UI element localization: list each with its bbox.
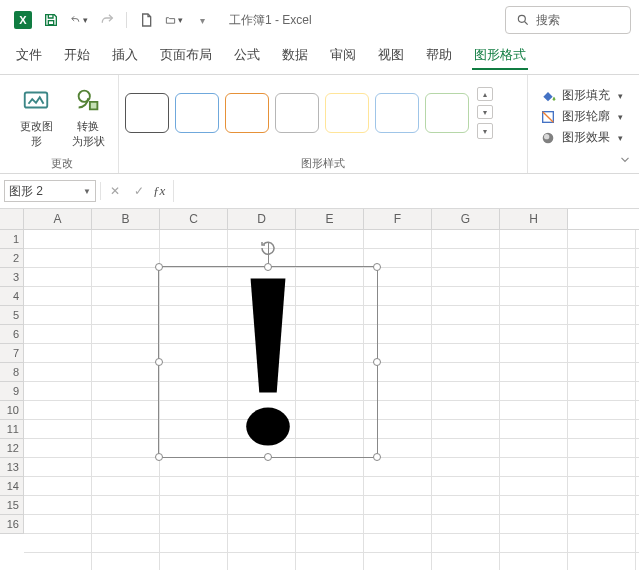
row-header[interactable]: 9 [0, 382, 24, 401]
ribbon-collapse-button[interactable] [617, 151, 633, 167]
new-file-button[interactable] [137, 11, 155, 29]
save-button[interactable] [42, 11, 60, 29]
ribbon-group-styles: ▴▾▾ 图形样式 [119, 75, 528, 173]
row-header[interactable]: 16 [0, 515, 24, 534]
name-box[interactable]: 图形 2 ▼ [4, 180, 96, 202]
column-headers: ABCDEFGH [0, 209, 639, 230]
formula-input[interactable] [173, 180, 635, 202]
resize-handle[interactable] [373, 263, 381, 271]
row-header[interactable]: 4 [0, 287, 24, 306]
tab-图形格式[interactable]: 图形格式 [472, 44, 528, 70]
tab-视图[interactable]: 视图 [376, 44, 406, 70]
row-header[interactable]: 10 [0, 401, 24, 420]
row-headers: 12345678910111213141516 [0, 230, 24, 570]
shape-selection[interactable] [158, 266, 378, 458]
style-swatch[interactable] [325, 93, 369, 133]
resize-handle[interactable] [264, 453, 272, 461]
open-folder-button[interactable]: ▾ [165, 11, 183, 29]
resize-handle[interactable] [155, 263, 163, 271]
resize-handle[interactable] [373, 358, 381, 366]
column-header[interactable]: D [228, 209, 296, 229]
name-box-dropdown-icon: ▼ [83, 187, 91, 196]
group-styles-label: 图形样式 [125, 154, 521, 171]
resize-handle[interactable] [155, 453, 163, 461]
row-header[interactable]: 12 [0, 439, 24, 458]
undo-button[interactable]: ▾ [70, 11, 88, 29]
column-header[interactable]: F [364, 209, 432, 229]
change-graphic-icon [21, 85, 51, 115]
exclamation-mark-shape[interactable] [159, 267, 377, 457]
ribbon-group-shape-format: 图形填充▾ 图形轮廓▾ 图形效果▾ [528, 75, 629, 173]
cancel-button[interactable]: ✕ [105, 181, 125, 201]
group-change-label: 更改 [12, 154, 112, 171]
svg-rect-2 [25, 93, 48, 108]
row-header[interactable]: 8 [0, 363, 24, 382]
gallery-scroll-down[interactable]: ▾ [477, 105, 493, 119]
search-placeholder: 搜索 [536, 12, 560, 29]
tab-开始[interactable]: 开始 [62, 44, 92, 70]
redo-button[interactable] [98, 11, 116, 29]
qat-more-button[interactable]: ▾ [193, 11, 211, 29]
convert-to-shape-button[interactable]: 转换 为形状 [64, 81, 112, 149]
separator [100, 182, 101, 200]
group-format-label [534, 169, 623, 171]
column-header[interactable]: E [296, 209, 364, 229]
enter-button[interactable]: ✓ [129, 181, 149, 201]
row-header[interactable]: 1 [0, 230, 24, 249]
app-excel-icon [14, 11, 32, 29]
tab-文件[interactable]: 文件 [14, 44, 44, 70]
cells-area[interactable] [24, 230, 639, 570]
outline-label: 图形轮廓 [562, 108, 610, 125]
ribbon: 更改图 形 转换 为形状 更改 ▴▾▾ 图形样式 图形填充▾ 图形轮廓▾ [0, 74, 639, 174]
formula-bar: 图形 2 ▼ ✕ ✓ ƒx [0, 174, 639, 209]
row-header[interactable]: 2 [0, 249, 24, 268]
style-swatch[interactable] [275, 93, 319, 133]
row-header[interactable]: 6 [0, 325, 24, 344]
row-header[interactable]: 3 [0, 268, 24, 287]
resize-handle[interactable] [373, 453, 381, 461]
tab-审阅[interactable]: 审阅 [328, 44, 358, 70]
style-swatch[interactable] [425, 93, 469, 133]
tab-帮助[interactable]: 帮助 [424, 44, 454, 70]
column-header[interactable]: H [500, 209, 568, 229]
tab-公式[interactable]: 公式 [232, 44, 262, 70]
column-header[interactable]: C [160, 209, 228, 229]
row-header[interactable]: 15 [0, 496, 24, 515]
column-header[interactable]: A [24, 209, 92, 229]
fill-icon [540, 88, 556, 104]
effects-label: 图形效果 [562, 129, 610, 146]
resize-handle[interactable] [264, 263, 272, 271]
ribbon-group-change: 更改图 形 转换 为形状 更改 [6, 75, 119, 173]
svg-point-6 [544, 134, 549, 139]
row-header[interactable]: 11 [0, 420, 24, 439]
gallery-scroll-up[interactable]: ▴ [477, 87, 493, 101]
select-all-corner[interactable] [0, 209, 24, 229]
change-graphic-button[interactable]: 更改图 形 [12, 81, 60, 149]
tab-数据[interactable]: 数据 [280, 44, 310, 70]
convert-shape-label: 转换 为形状 [72, 119, 105, 149]
tab-插入[interactable]: 插入 [110, 44, 140, 70]
style-swatch[interactable] [175, 93, 219, 133]
window-title: 工作簿1 - Excel [229, 12, 312, 29]
separator [126, 12, 127, 28]
gallery-expand[interactable]: ▾ [477, 123, 493, 139]
change-graphic-label: 更改图 形 [20, 119, 53, 149]
resize-handle[interactable] [155, 358, 163, 366]
search-box[interactable]: 搜索 [505, 6, 631, 34]
style-swatch[interactable] [375, 93, 419, 133]
row-header[interactable]: 14 [0, 477, 24, 496]
graphic-effects-button[interactable]: 图形效果▾ [540, 129, 623, 146]
title-bar: ▾ ▾ ▾ 工作簿1 - Excel 搜索 [0, 0, 639, 40]
graphic-fill-button[interactable]: 图形填充▾ [540, 87, 623, 104]
svg-point-8 [246, 408, 290, 446]
graphic-outline-button[interactable]: 图形轮廓▾ [540, 108, 623, 125]
style-swatch[interactable] [125, 93, 169, 133]
column-header[interactable]: B [92, 209, 160, 229]
row-header[interactable]: 13 [0, 458, 24, 477]
column-header[interactable]: G [432, 209, 500, 229]
style-swatch[interactable] [225, 93, 269, 133]
row-header[interactable]: 7 [0, 344, 24, 363]
tab-页面布局[interactable]: 页面布局 [158, 44, 214, 70]
row-header[interactable]: 5 [0, 306, 24, 325]
rotate-handle[interactable] [259, 239, 277, 261]
